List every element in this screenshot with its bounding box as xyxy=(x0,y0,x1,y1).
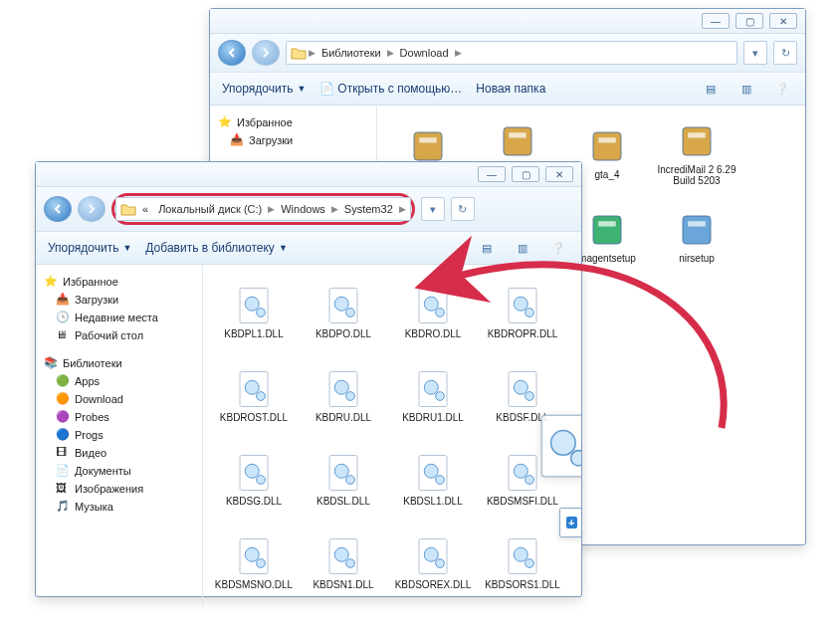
add-to-library-menu[interactable]: Добавить в библиотеку ▼ xyxy=(145,241,287,255)
organize-menu[interactable]: Упорядочить ▼ xyxy=(222,82,306,96)
close-button[interactable]: ✕ xyxy=(545,166,573,182)
sidebar-item-library[interactable]: 🎞Видео xyxy=(42,444,196,462)
new-folder-button[interactable]: Новая папка xyxy=(476,82,545,96)
file-item[interactable]: nirsetup xyxy=(652,195,741,279)
add-lib-label: Добавить в библиотеку xyxy=(145,241,275,255)
view-options-icon[interactable]: ▤ xyxy=(700,79,722,99)
addr-dropdown-button[interactable]: ▾ xyxy=(421,197,445,221)
sidebar-item-downloads[interactable]: 📥 Загрузки xyxy=(216,131,370,149)
sidebar-label: Избранное xyxy=(237,116,293,128)
file-item[interactable]: KBDSOREX.DLL xyxy=(388,522,478,605)
file-item[interactable]: KBDROST.DLL xyxy=(209,354,299,438)
file-list[interactable]: + Копировать в "System32" KBDPL1.DLLKBDP… xyxy=(203,265,581,607)
breadcrumb[interactable]: System32 xyxy=(340,203,397,215)
preview-pane-icon[interactable]: ▥ xyxy=(512,238,533,258)
file-item[interactable]: KBDROPR.DLL xyxy=(478,271,567,354)
sidebar-item-label: Недавние места xyxy=(75,312,158,323)
breadcrumb[interactable]: Локальный диск (C:) xyxy=(154,203,266,215)
file-item[interactable]: KBDPO.DLL xyxy=(299,271,388,354)
sidebar-item-library[interactable]: 🟣Probes xyxy=(42,408,196,426)
view-options-icon[interactable]: ▤ xyxy=(476,238,498,258)
nav-forward-button[interactable] xyxy=(78,196,105,222)
breadcrumb[interactable]: Download xyxy=(396,47,453,59)
file-icon: 📄 xyxy=(319,82,333,96)
file-item[interactable]: KBDSMSFI.DLL xyxy=(478,438,567,522)
sidebar-item-library[interactable]: 🟢Apps xyxy=(42,372,196,390)
file-item[interactable]: IncrediMail 2 6.29 Build 5203 xyxy=(652,111,741,195)
sidebar-item-library[interactable]: 🖼Изображения xyxy=(42,480,196,498)
file-item[interactable]: KBDSN1.DLL xyxy=(299,522,388,605)
open-with-label: Открыть с помощью… xyxy=(337,82,462,96)
desktop-icon: 🖥 xyxy=(56,328,70,342)
library-item-icon: 🎵 xyxy=(56,500,70,514)
close-button[interactable]: ✕ xyxy=(769,13,797,29)
breadcrumb[interactable]: Библиотеки xyxy=(317,47,385,59)
file-item[interactable]: KBDSG.DLL xyxy=(209,438,299,522)
svg-rect-4 xyxy=(593,132,621,160)
file-item[interactable]: KBDRU.DLL xyxy=(299,354,388,438)
help-icon[interactable]: ❔ xyxy=(771,79,793,99)
file-item[interactable]: KBDSL1.DLL xyxy=(388,438,478,522)
help-icon[interactable]: ❔ xyxy=(547,238,569,258)
nav-back-button[interactable] xyxy=(218,40,246,66)
file-label: KBDSL.DLL xyxy=(316,496,370,508)
file-label: KBDROST.DLL xyxy=(220,412,288,424)
svg-rect-7 xyxy=(688,132,706,137)
chevron-right-icon: ▶ xyxy=(455,48,462,58)
svg-point-46 xyxy=(514,381,527,395)
sidebar-item-library[interactable]: 📄Документы xyxy=(42,462,196,480)
file-item[interactable]: KBDSMSNO.DLL xyxy=(209,522,299,605)
preview-pane-icon[interactable]: ▥ xyxy=(735,79,757,99)
sidebar-item-library[interactable]: 🔵Progs xyxy=(42,426,196,444)
svg-point-56 xyxy=(436,476,445,485)
sidebar-favorites[interactable]: ⭐ Избранное xyxy=(216,113,370,131)
file-item[interactable]: KBDRU1.DLL xyxy=(388,354,478,438)
svg-rect-5 xyxy=(598,138,616,143)
refresh-button[interactable]: ↻ xyxy=(451,197,475,221)
library-item-icon: 🎞 xyxy=(56,446,70,460)
sidebar-libraries[interactable]: 📚 Библиотеки xyxy=(42,354,196,372)
addr-dropdown-button[interactable]: ▾ xyxy=(743,41,767,65)
address-highlight: « Локальный диск (C:) ▶ Windows ▶ System… xyxy=(111,193,415,225)
library-item-icon: 🔵 xyxy=(56,428,70,442)
star-icon: ⭐ xyxy=(218,115,232,129)
maximize-button[interactable]: ▢ xyxy=(735,13,763,29)
svg-rect-3 xyxy=(509,132,526,137)
nav-back-button[interactable] xyxy=(44,196,72,222)
svg-rect-0 xyxy=(414,132,442,160)
svg-point-71 xyxy=(525,559,534,568)
file-label: KBDSOREX.DLL xyxy=(395,579,472,591)
sidebar-item-recent[interactable]: 🕓Недавние места xyxy=(42,309,196,326)
file-label: KBDSMSNO.DLL xyxy=(215,579,293,591)
svg-rect-6 xyxy=(683,127,711,155)
file-item[interactable]: KBDSF.DLL xyxy=(478,354,567,438)
breadcrumb[interactable]: Windows xyxy=(277,203,329,215)
drag-tooltip: + Копировать в "System32" xyxy=(559,508,581,537)
organize-menu[interactable]: Упорядочить ▼ xyxy=(48,241,131,255)
file-label: KBDRO.DLL xyxy=(405,328,462,340)
svg-point-49 xyxy=(245,465,259,479)
svg-point-29 xyxy=(346,309,355,317)
refresh-button[interactable]: ↻ xyxy=(773,41,797,65)
file-item[interactable]: KBDSORS1.DLL xyxy=(478,522,567,605)
svg-point-34 xyxy=(514,298,527,312)
sidebar-item-desktop[interactable]: 🖥Рабочий стол xyxy=(42,326,196,344)
maximize-button[interactable]: ▢ xyxy=(512,166,539,182)
organize-label: Упорядочить xyxy=(48,241,118,255)
sidebar-item-library[interactable]: 🎵Музыка xyxy=(42,498,196,516)
library-item-icon: 🟠 xyxy=(56,392,70,406)
library-item-icon: 🖼 xyxy=(56,482,70,496)
open-with-menu[interactable]: 📄Открыть с помощью… xyxy=(319,82,462,96)
file-item[interactable]: KBDRO.DLL xyxy=(388,271,478,354)
sidebar-item-library[interactable]: 🟠Download xyxy=(42,390,196,408)
sidebar-favorites[interactable]: ⭐ Избранное xyxy=(42,273,196,291)
minimize-button[interactable]: — xyxy=(478,166,506,182)
file-label: KBDROPR.DLL xyxy=(488,328,558,340)
minimize-button[interactable]: — xyxy=(702,13,730,29)
file-item[interactable]: KBDPL1.DLL xyxy=(209,271,299,354)
file-item[interactable]: KBDSL.DLL xyxy=(299,438,388,522)
sidebar-item-downloads[interactable]: 📥Загрузки xyxy=(42,291,196,309)
nav-forward-button[interactable] xyxy=(252,40,280,66)
address-bar[interactable]: ▶ Библиотеки ▶ Download ▶ xyxy=(286,41,737,65)
address-bar[interactable]: « Локальный диск (C:) ▶ Windows ▶ System… xyxy=(115,197,411,221)
